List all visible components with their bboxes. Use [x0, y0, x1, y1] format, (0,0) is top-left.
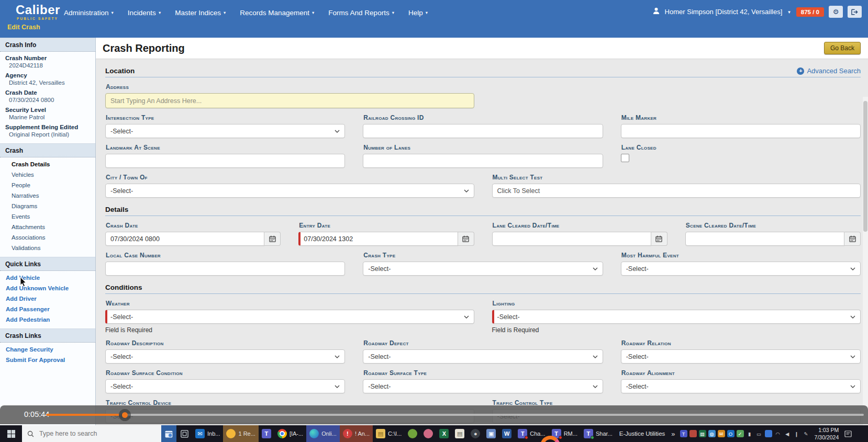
local-case-number-input[interactable] — [105, 262, 345, 276]
start-button[interactable] — [0, 425, 22, 442]
roadway-surface-condition-select[interactable]: -Select- — [105, 379, 345, 393]
microphone-icon[interactable]: ❙ — [793, 430, 800, 437]
outlook-tray-icon[interactable]: O — [727, 430, 735, 437]
wifi-icon[interactable]: ◠ — [774, 430, 782, 437]
mile-marker-input[interactable] — [621, 124, 861, 138]
taskbar-search-input[interactable] — [38, 429, 143, 438]
keyboard-icon[interactable]: ▭ — [755, 430, 763, 437]
menu-master-indices[interactable]: Master Indices▾ — [175, 9, 226, 17]
task-view-button[interactable] — [176, 425, 192, 442]
address-input[interactable] — [105, 93, 474, 108]
progress-elapsed[interactable] — [46, 414, 119, 416]
battery-icon[interactable]: ▮ — [746, 430, 753, 437]
sidebar-item-events[interactable]: Events — [0, 211, 95, 222]
edit-crash-link[interactable]: Edit Crash — [7, 24, 40, 31]
entry-date-input[interactable] — [298, 232, 458, 246]
sidebar-item-submit-for-approval[interactable]: Submit For Approval — [0, 355, 95, 365]
sidebar-item-add-unknown-vehicle[interactable]: Add Unknown Vehicle — [0, 283, 95, 293]
crash-date-input[interactable] — [105, 232, 264, 246]
sidebar-item-validations[interactable]: Validations — [0, 243, 95, 253]
leaf-app-taskbar-app[interactable] — [405, 425, 420, 442]
roadway-relation-select[interactable]: -Select- — [621, 349, 861, 364]
edge-taskbar-app[interactable]: Onli... — [306, 425, 340, 442]
roadway-defect-select[interactable]: -Select- — [363, 349, 603, 364]
chrome-taskbar-app[interactable]: [IA-... — [274, 425, 306, 442]
scrollbar-thumb[interactable] — [863, 101, 867, 232]
sidebar-item-diagrams[interactable]: Diagrams — [0, 201, 95, 211]
progress-remaining[interactable] — [126, 414, 864, 416]
sidebar-item-vehicles[interactable]: Vehicles — [0, 169, 95, 180]
logout-button[interactable] — [848, 6, 862, 18]
roadway-surface-type-select[interactable]: -Select- — [363, 379, 603, 393]
lane-closed-checkbox[interactable] — [621, 154, 629, 162]
weather-select[interactable]: -Select- — [105, 310, 474, 324]
outlook-taskbar-app[interactable]: ✉Inb... — [192, 425, 223, 442]
lane-cleared-calendar-button[interactable] — [651, 232, 667, 246]
taskbar-search[interactable] — [22, 425, 161, 442]
go-back-button[interactable]: Go Back — [824, 42, 861, 54]
crash-type-select[interactable]: -Select- — [363, 262, 603, 276]
rose-app-taskbar-app[interactable] — [420, 425, 436, 442]
pen-icon[interactable]: ✎ — [803, 430, 810, 437]
sidebar-item-add-vehicle[interactable]: Add Vehicle — [0, 273, 95, 283]
advanced-search-link[interactable]: + Advanced Search — [797, 67, 861, 75]
scene-cleared-input[interactable] — [685, 232, 844, 246]
sidebar-item-people[interactable]: People — [0, 180, 95, 190]
word-taskbar-app[interactable]: W — [499, 425, 515, 442]
number-of-lanes-input[interactable] — [363, 154, 603, 168]
intersection-type-select[interactable]: -Select- — [105, 124, 345, 138]
action-center-button[interactable] — [842, 425, 854, 442]
volume-icon[interactable]: ◀ — [784, 430, 791, 437]
notification-count-badge[interactable]: 875 / 0 — [796, 7, 824, 17]
sidebar-item-change-security[interactable]: Change Security — [0, 344, 95, 355]
bluetooth-icon[interactable] — [765, 430, 772, 437]
crash-date-calendar-button[interactable] — [264, 232, 281, 246]
landmark-at-scene-input[interactable] — [105, 154, 345, 168]
menu-incidents[interactable]: Incidents▾ — [128, 9, 161, 17]
tray-overflow-chevron[interactable]: » — [669, 430, 677, 438]
caliber-logo[interactable]: Caliber PUBLIC SAFETY — [16, 4, 60, 21]
scrubber-handle[interactable] — [122, 412, 128, 418]
alert-taskbar-app[interactable]: !! An... — [340, 425, 373, 442]
sidebar-item-attachments[interactable]: Attachments — [0, 222, 95, 232]
multi-select-test-field[interactable]: Click To Select — [492, 184, 861, 198]
e-justice-utilities-window[interactable]: E-Justice Utilities — [616, 430, 669, 437]
notes-taskbar-app[interactable]: ▤ — [452, 425, 468, 442]
chevron-down-icon[interactable]: ▾ — [788, 9, 791, 15]
globe-tray-icon[interactable]: ◍ — [708, 430, 716, 437]
mail-tray-icon[interactable]: ✉ — [718, 430, 725, 437]
menu-help[interactable]: Help▾ — [408, 9, 428, 17]
teams-share-taskbar-app[interactable]: TShar... — [581, 425, 616, 442]
roadway-alignment-select[interactable]: -Select- — [621, 379, 861, 393]
security-shield-icon[interactable]: ✓ — [737, 430, 744, 437]
sidebar-item-add-pedestrian[interactable]: Add Pedestrian — [0, 314, 95, 325]
railroad-crossing-id-input[interactable] — [363, 124, 603, 138]
city-town-of-select[interactable]: -Select- — [105, 184, 474, 198]
sidebar-item-add-driver[interactable]: Add Driver — [0, 293, 95, 304]
vertical-scrollbar[interactable] — [863, 97, 868, 425]
user-menu[interactable]: Homer Simpson [District 42, Versailles] — [665, 8, 783, 16]
teams-tray-icon[interactable]: T — [680, 430, 687, 437]
meet-now-calendar-app[interactable] — [161, 425, 176, 442]
entry-date-calendar-button[interactable] — [458, 232, 474, 246]
bell-taskbar-app[interactable]: 1 Re... — [223, 425, 258, 442]
record-circle-taskbar-app[interactable]: ● — [468, 425, 483, 442]
excel-tray-icon[interactable]: ▤ — [699, 430, 706, 437]
roadway-description-select[interactable]: -Select- — [105, 349, 345, 364]
taskbar-clock[interactable]: 1:03 PM 7/30/2024 — [815, 426, 839, 441]
most-harmful-event-select[interactable]: -Select- — [621, 262, 861, 276]
lane-cleared-input[interactable] — [492, 232, 651, 246]
menu-administration[interactable]: Administration▾ — [64, 9, 114, 17]
menu-records-management[interactable]: Records Management▾ — [240, 9, 314, 17]
sidebar-item-narratives[interactable]: Narratives — [0, 190, 95, 201]
excel-taskbar-app[interactable]: X — [436, 425, 452, 442]
menu-forms-and-reports[interactable]: Forms And Reports▾ — [328, 9, 394, 17]
people-tray-icon[interactable] — [689, 430, 697, 437]
monitor-taskbar-app[interactable]: ▣ — [483, 425, 499, 442]
lighting-select[interactable]: -Select- — [492, 310, 861, 324]
sidebar-item-crash-details[interactable]: Crash Details — [0, 159, 95, 169]
teams-taskbar-app[interactable]: T — [259, 425, 274, 442]
folder-taskbar-app[interactable]: ▤C:\I... — [373, 425, 405, 442]
sidebar-item-associations[interactable]: Associations — [0, 232, 95, 243]
scene-cleared-calendar-button[interactable] — [844, 232, 861, 246]
